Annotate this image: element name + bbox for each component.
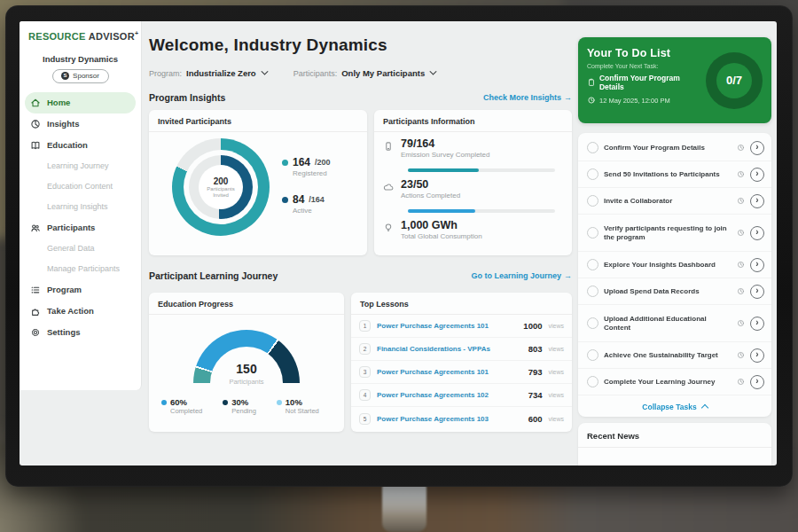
learning-journey-header: Participant Learning Journey Go to Learn… [149,270,572,281]
people-icon [30,223,41,233]
legend-pending: 30% Pending [223,397,256,415]
task-row-explore-insights[interactable]: Explore Your Insights Dashboard › [578,252,771,278]
bulb-icon [383,223,394,233]
task-go-button[interactable]: › [750,285,764,299]
clock-icon [737,197,745,205]
task-go-button[interactable]: › [750,141,764,155]
lesson-row: 5 Power Purchase Agreements 103 600 view… [351,407,572,430]
collapse-tasks-link[interactable]: Collapse Tasks [578,395,771,418]
card-title: Participants Information [374,110,572,132]
task-go-button[interactable]: › [750,194,764,208]
task-checkbox[interactable] [587,317,598,329]
filter-bar: Program: Industrialize Zero Participants… [149,68,437,78]
gauge-center-label: Participants [149,378,344,386]
sidebar-item-education[interactable]: Education [20,135,141,156]
org-name: Industry Dynamics [20,54,141,64]
sidebar-item-settings[interactable]: Settings [20,322,141,343]
clock-icon [587,96,596,105]
task-row-complete-learning-journey[interactable]: Complete Your Learning Journey › [578,369,771,395]
clock-icon [737,378,745,386]
todo-task-list: Confirm Your Program Details › Send 50 I… [578,133,771,417]
actions-progress-bar [408,209,555,213]
list-icon [30,285,41,295]
todo-title: Your To Do List [587,47,706,59]
rank-badge: 5 [359,413,371,425]
gauge-center-value: 150 [149,362,344,376]
task-row-confirm-program[interactable]: Confirm Your Program Details › [578,135,771,161]
task-checkbox[interactable] [587,349,598,361]
section-title: Program Insights [149,92,225,103]
task-checkbox[interactable] [587,195,598,207]
lesson-link[interactable]: Power Purchase Agreements 101 [377,368,522,376]
sidebar-item-home[interactable]: Home [25,92,136,113]
clock-icon [737,144,745,152]
due-date: 12 May 2025, 12:00 PM [599,97,670,105]
navy-dot-icon [282,197,288,203]
task-row-upload-spend-data[interactable]: Upload Spend Data Records › [578,278,771,305]
lesson-link[interactable]: Power Purchase Agreements 102 [377,391,522,399]
lesson-link[interactable]: Power Purchase Agreements 101 [377,322,517,330]
task-checkbox[interactable] [587,227,598,239]
sponsor-badge: S Sponsor [52,69,109,83]
task-row-upload-educational-content[interactable]: Upload Additional Educational Content › [578,305,771,342]
cloud-icon [383,182,394,192]
lesson-link[interactable]: Financial Considerations - VPPAs [377,345,522,353]
lesson-row: 1 Power Purchase Agreements 101 1000 vie… [351,315,572,338]
stat-global-consumption: 1,000 GWh Total Global Consumption [383,220,482,240]
emission-progress-bar [408,168,555,172]
sidebar-item-education-content[interactable]: Education Content [20,176,141,197]
sidebar-item-learning-journey[interactable]: Learning Journey [20,156,141,176]
clock-icon [737,319,745,327]
card-title: Invited Participants [149,110,367,132]
task-go-button[interactable]: › [750,348,764,363]
sidebar-item-label: Take Action [47,306,94,316]
page-title: Welcome, Industry Dynamics [149,35,387,55]
next-task-label: Confirm Your Program Details [599,74,706,91]
insights-icon [30,119,41,129]
task-go-button[interactable]: › [750,226,764,240]
task-row-invite-collaborator[interactable]: Invite a Collaborator › [578,188,771,215]
task-checkbox[interactable] [587,168,598,180]
task-checkbox[interactable] [587,142,598,153]
sidebar-item-program[interactable]: Program [20,279,141,301]
task-go-button[interactable]: › [750,258,764,272]
lesson-row: 4 Power Purchase Agreements 102 734 view… [351,384,572,407]
task-checkbox[interactable] [587,376,598,387]
arrow-right-icon: → [564,93,572,102]
task-go-button[interactable]: › [750,375,764,389]
sidebar: RESOURCE ADVISOR+ Industry Dynamics S Sp… [20,21,142,390]
device-icon [383,141,394,152]
task-row-achieve-target[interactable]: Achieve One Sustainability Target › [578,342,771,369]
logo-plus: + [135,30,138,36]
light-blue-dot-icon [277,400,282,405]
section-title: Participant Learning Journey [149,270,278,281]
task-checkbox[interactable] [587,259,598,270]
sidebar-item-take-action[interactable]: Take Action [20,301,141,322]
task-go-button[interactable]: › [750,317,764,331]
task-checkbox[interactable] [587,286,598,297]
sidebar-item-general-data[interactable]: General Data [20,239,141,259]
check-more-insights-link[interactable]: Check More Insights→ [483,93,572,102]
sidebar-item-manage-participants[interactable]: Manage Participants [20,259,141,279]
sidebar-item-learning-insights[interactable]: Learning Insights [20,197,141,217]
teal-dot-icon [282,160,288,166]
participants-select[interactable]: Participants: Only My Participants [293,68,438,78]
stat-emission-survey: 79/164 Emission Survey Completed [383,138,489,159]
chevron-down-icon [429,70,437,76]
donut-center-label: Participants [207,186,234,192]
donut-center-label: Invited [213,192,229,199]
sidebar-item-label: Settings [47,327,80,337]
sponsor-icon: S [61,72,69,80]
task-row-verify-participants[interactable]: Verify participants requesting to join t… [578,215,771,252]
sidebar-item-participants[interactable]: Participants [20,217,141,239]
logo-advisor: ADVISOR [89,31,135,42]
task-go-button[interactable]: › [750,168,764,182]
program-select[interactable]: Program: Industrialize Zero [149,68,269,78]
sidebar-item-label: Participants [47,223,95,232]
sidebar-item-insights[interactable]: Insights [20,113,141,135]
program-insights-header: Program Insights Check More Insights→ [149,92,572,103]
task-row-send-invitations[interactable]: Send 50 Invitations to Participants › [578,161,771,188]
lesson-link[interactable]: Power Purchase Agreements 103 [377,415,522,423]
go-to-learning-journey-link[interactable]: Go to Learning Journey→ [471,271,572,280]
education-progress-card: Education Progress 150 Participants 60% … [149,293,344,432]
